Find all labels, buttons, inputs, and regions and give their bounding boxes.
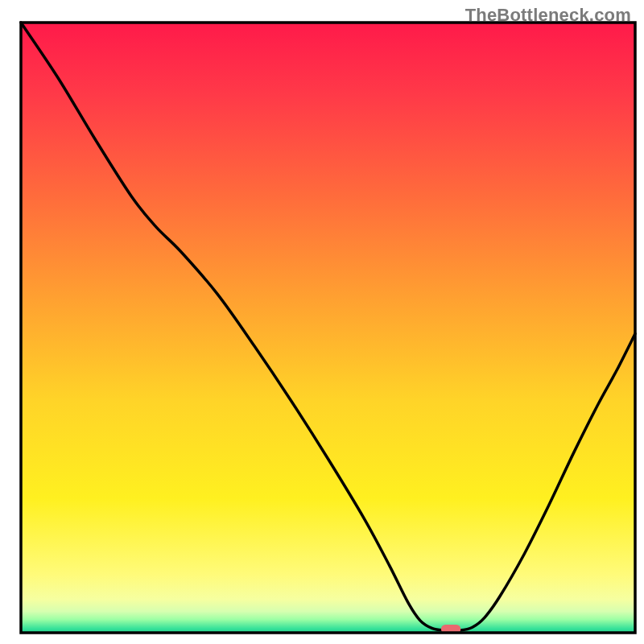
bottleneck-chart xyxy=(0,0,644,644)
chart-container: TheBottleneck.com xyxy=(0,0,644,644)
gradient-background xyxy=(21,23,635,633)
